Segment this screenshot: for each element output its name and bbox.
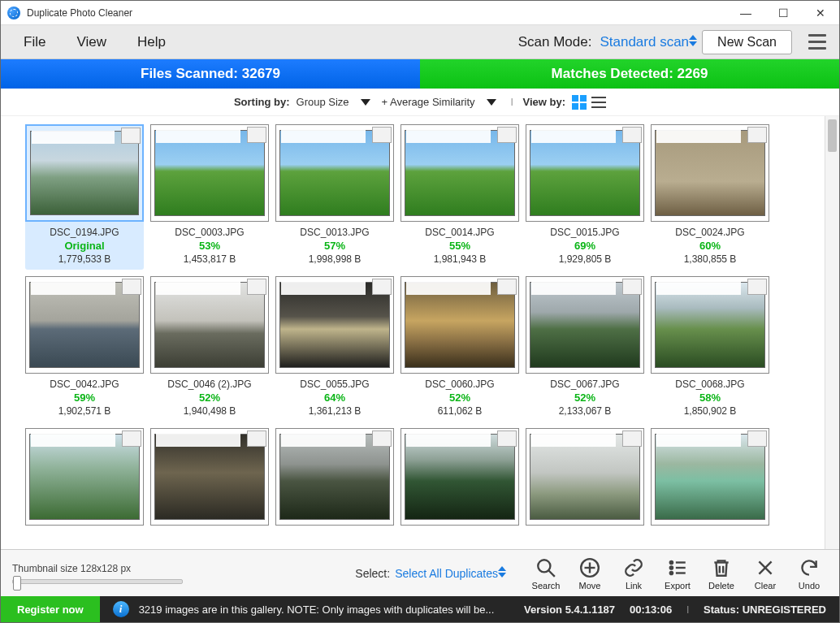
select-checkbox[interactable] <box>497 279 517 295</box>
thumbnail-card[interactable]: DSC_0068.JPG58%1,850,902 B <box>651 276 769 422</box>
thumbnail-frame[interactable] <box>651 276 769 374</box>
select-checkbox[interactable] <box>122 279 141 295</box>
thumbnail-card[interactable]: DSC_0013.JPG57%1,998,998 B <box>275 124 394 270</box>
select-checkbox[interactable] <box>622 430 642 447</box>
undo-button[interactable]: Undo <box>790 556 828 591</box>
chevron-down-icon[interactable] <box>361 99 370 106</box>
watermark-strip <box>531 130 616 143</box>
thumbnail-frame[interactable] <box>651 428 769 526</box>
menu-view[interactable]: View <box>62 29 121 55</box>
select-checkbox[interactable] <box>747 279 767 295</box>
thumbnail-frame[interactable] <box>401 428 519 526</box>
select-checkbox[interactable] <box>247 430 266 447</box>
hamburger-menu-icon[interactable] <box>803 28 831 56</box>
sort-bar: Sorting by: Group Size + Average Similar… <box>1 89 839 116</box>
thumbnail-frame[interactable] <box>275 124 394 222</box>
minimize-button[interactable]: — <box>727 1 764 25</box>
select-checkbox[interactable] <box>747 430 767 447</box>
close-button[interactable]: ✕ <box>802 1 839 25</box>
select-checkbox[interactable] <box>372 279 392 295</box>
matches-detected-band: Matches Detected: 2269 <box>420 59 839 89</box>
thumbnail-size-control: Thumbnail size 128x128 px <box>12 563 183 584</box>
select-checkbox[interactable] <box>622 279 642 295</box>
thumbnail-card[interactable]: DSC_0024.JPG60%1,380,855 B <box>651 124 769 270</box>
delete-button[interactable]: Delete <box>703 556 740 591</box>
select-checkbox[interactable] <box>622 127 642 143</box>
thumbnail-frame[interactable] <box>651 124 769 222</box>
thumbnail-card[interactable]: DSC_0003.JPG53%1,453,817 B <box>150 124 269 270</box>
thumbnail-frame[interactable] <box>401 124 519 222</box>
thumbnail-frame[interactable] <box>25 428 144 526</box>
thumbnail-card[interactable] <box>150 428 269 530</box>
thumbnail-frame[interactable] <box>150 124 269 222</box>
thumbnail-card[interactable]: DSC_0060.JPG52%611,062 B <box>401 276 519 422</box>
thumbnail-card[interactable] <box>25 428 144 530</box>
select-checkbox[interactable] <box>497 430 517 447</box>
thumbnail-card[interactable]: DSC_0042.JPG59%1,902,571 B <box>25 276 144 422</box>
select-checkbox[interactable] <box>121 128 141 144</box>
file-size: 1,929,805 B <box>559 253 612 265</box>
clear-button[interactable]: Clear <box>747 556 784 591</box>
scrollbar[interactable] <box>825 116 839 549</box>
thumbnail-frame[interactable] <box>275 428 394 526</box>
slider-thumb[interactable] <box>13 576 21 591</box>
svg-point-5 <box>670 560 673 563</box>
chevron-down-icon[interactable] <box>487 99 496 106</box>
thumbnail-frame[interactable] <box>25 276 144 374</box>
status-bar: Register now i 3219 images are in this g… <box>1 596 839 622</box>
select-checkbox[interactable] <box>247 127 266 143</box>
new-scan-button[interactable]: New Scan <box>702 30 792 54</box>
thumbnail-card[interactable] <box>526 428 644 530</box>
thumbnail-card[interactable] <box>275 428 394 530</box>
grid-view-icon[interactable] <box>572 95 587 110</box>
menu-help[interactable]: Help <box>123 29 180 55</box>
thumbnail-card[interactable]: DSC_0014.JPG55%1,981,943 B <box>401 124 519 270</box>
thumbnail-card[interactable] <box>651 428 769 530</box>
thumbnail-frame[interactable] <box>526 428 644 526</box>
sort-primary[interactable]: Group Size <box>297 96 349 108</box>
file-size: 1,453,817 B <box>184 253 236 265</box>
sort-secondary[interactable]: + Average Similarity <box>382 96 475 108</box>
status-message: 3219 images are in this gallery. NOTE: O… <box>139 604 511 616</box>
thumbnail-card[interactable]: DSC_0194.JPGOriginal1,779,533 B <box>25 124 144 270</box>
link-button[interactable]: Link <box>615 556 652 591</box>
menu-file[interactable]: File <box>9 29 60 55</box>
thumbnail-card[interactable]: DSC_0055.JPG64%1,361,213 B <box>275 276 394 422</box>
thumbnail-frame[interactable] <box>150 428 269 526</box>
export-button[interactable]: Export <box>659 556 696 591</box>
thumbnail-frame[interactable] <box>275 276 394 374</box>
select-checkbox[interactable] <box>497 127 517 143</box>
select-checkbox[interactable] <box>372 127 392 143</box>
register-now-button[interactable]: Register now <box>1 596 100 622</box>
thumbnail-frame[interactable] <box>526 124 644 222</box>
list-view-icon[interactable] <box>591 95 606 110</box>
maximize-button[interactable]: ☐ <box>764 1 802 25</box>
titlebar: Duplicate Photo Cleaner — ☐ ✕ <box>1 1 839 25</box>
select-checkbox[interactable] <box>247 279 266 295</box>
app-window: Duplicate Photo Cleaner — ☐ ✕ File View … <box>0 0 840 623</box>
thumbnail-frame[interactable] <box>526 276 644 374</box>
thumbnail-card[interactable]: DSC_0046 (2).JPG52%1,940,498 B <box>150 276 269 422</box>
thumbnail-card[interactable] <box>401 428 519 530</box>
search-button[interactable]: Search <box>527 556 565 591</box>
select-all-duplicates[interactable]: Select All Duplicates <box>395 567 503 580</box>
thumbnail-frame[interactable] <box>25 124 144 222</box>
similarity-value: 52% <box>199 392 220 404</box>
thumbnail-card[interactable]: DSC_0015.JPG69%1,929,805 B <box>526 124 644 270</box>
matches-label: Matches Detected: <box>552 66 673 82</box>
thumbnail-size-slider[interactable] <box>12 579 183 584</box>
scrollbar-thumb[interactable] <box>828 119 837 152</box>
watermark-strip <box>281 282 366 295</box>
select-checkbox[interactable] <box>122 430 141 447</box>
move-button[interactable]: Move <box>571 556 608 591</box>
thumbnail-frame[interactable] <box>401 276 519 374</box>
scan-mode-dropdown[interactable]: Standard scan <box>600 34 694 50</box>
thumbnail-frame[interactable] <box>150 276 269 374</box>
thumbnail-gallery[interactable]: DSC_0194.JPGOriginal1,779,533 BDSC_0003.… <box>1 116 825 549</box>
select-checkbox[interactable] <box>747 127 767 143</box>
thumbnail-card[interactable]: DSC_0067.JPG52%2,133,067 B <box>526 276 644 422</box>
similarity-value: 52% <box>574 392 595 404</box>
list-icon <box>666 556 689 579</box>
file-name: DSC_0042.JPG <box>50 379 119 390</box>
select-checkbox[interactable] <box>372 430 392 447</box>
